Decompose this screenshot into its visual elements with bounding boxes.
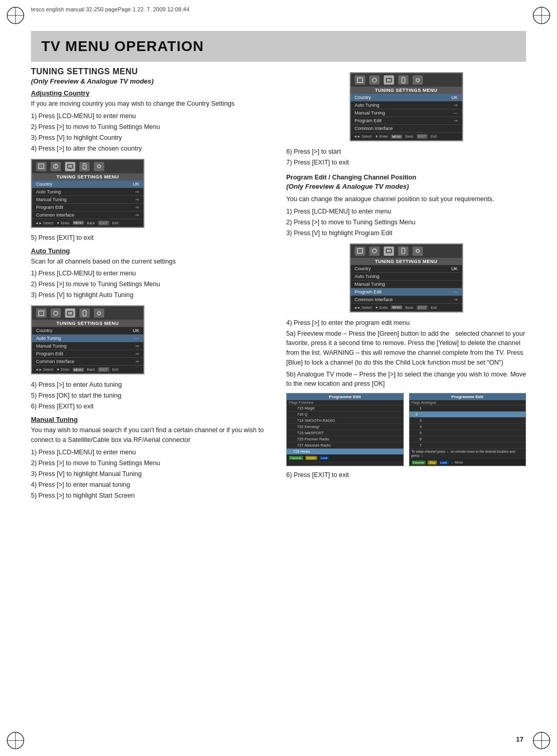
btn-delete: Delete xyxy=(305,456,317,460)
step-item: 7) Press [EXIT] to exit xyxy=(286,157,526,168)
btn-move-a: ↔ Move xyxy=(451,461,463,465)
btn-lock: Lock xyxy=(319,456,329,460)
page-header: tesco english manual 32-250 pagePage 1 2… xyxy=(31,6,526,12)
svg-point-32 xyxy=(372,249,376,253)
program-edit-subtitle: (Only Freeview & Analogue TV modes) xyxy=(286,183,526,190)
svg-point-25 xyxy=(97,311,101,315)
tv-icon-tv-4 xyxy=(384,246,394,256)
step-item: 3) Press [V] to highlight Manual Tuning xyxy=(31,469,271,479)
tv-icon-tools-3 xyxy=(355,75,365,85)
analogue-footer: Favorite Skip Lock ↔ Move xyxy=(409,459,526,466)
corner-mark-br xyxy=(531,730,552,751)
tv-icon-tools-4 xyxy=(355,246,365,256)
analogue-row-6: 6 xyxy=(409,436,526,442)
content-area: TUNING SETTINGS MENU (Only Freeview & An… xyxy=(31,67,526,725)
tv-icon-settings-3 xyxy=(413,75,423,85)
freeview-row-7: 727 Absolute Radio xyxy=(287,442,403,449)
step-item: 4) Press [>] to enter Auto tuning xyxy=(31,380,271,390)
tv-menu-row-program-2: Program Edit⇒ xyxy=(32,350,143,358)
step5b-text: 5b) Analogue TV mode – Press the [>] to … xyxy=(286,370,526,389)
btn-lock-a: Lock xyxy=(439,461,449,465)
tv-menu-row-auto: Auto Tuning⇒ xyxy=(32,188,143,196)
page-number: 17 xyxy=(516,735,523,743)
tv-menu-icons-2 xyxy=(32,306,143,320)
freeview-subheader: Flags Freeview xyxy=(287,400,403,405)
tv-menu-row-common-3: Common Interface xyxy=(351,125,462,133)
tv-icon-tools xyxy=(36,162,46,171)
svg-point-27 xyxy=(372,78,376,82)
corner-mark-tr xyxy=(531,5,552,26)
step5a-text: 5a) Freeview mode – Press the [Green] bu… xyxy=(286,329,526,368)
program-edit-steps2: 4) Press [>] to enter the program edit m… xyxy=(286,318,526,328)
page-title: TV MENU OPERATION xyxy=(41,38,516,55)
step5a-title: 5a) Freeview mode – Press the [Green] bu… xyxy=(286,330,449,337)
step-item: 4) Press [>] to alter the chosen country xyxy=(31,143,271,154)
tv-menu-row-manual-2: Manual Tuning⇒ xyxy=(32,342,143,350)
step-item: 2) Press [>] to move to Tuning Settings … xyxy=(31,279,271,289)
btn-favorite-a: Favorite xyxy=(412,461,426,465)
tv-menu-row-common-2: Common Interface⇒ xyxy=(32,358,143,366)
tv-menu-row-country-4: CountryUK xyxy=(351,265,462,273)
step5-exit: 5) Press [EXIT] to exit xyxy=(31,233,271,243)
tv-menu-footer-1: ◄► Select▼ EnterMENUBackEXITExit xyxy=(32,219,143,227)
corner-mark-tl xyxy=(5,5,26,26)
tv-icon-tv-active xyxy=(65,162,75,171)
tv-menu-footer-4: ◄► Select▼ EnterMENUBackEXITExit xyxy=(351,304,462,311)
title-band: TV MENU OPERATION xyxy=(31,31,526,62)
tv-icon-sat-2 xyxy=(51,308,61,318)
tv-menu-row-manual: Manual Tuning⇒ xyxy=(32,196,143,204)
tv-icon-settings-4 xyxy=(413,246,423,256)
svg-rect-34 xyxy=(402,248,405,254)
tv-icon-remote-4 xyxy=(398,246,408,256)
tv-menu-screenshot-4: TUNING SETTINGS MENU CountryUK Auto Tuni… xyxy=(350,243,463,313)
step-item: 3) Press [V] to highlight Auto Tuning xyxy=(31,290,271,300)
tv-icon-tools-2 xyxy=(36,308,46,318)
btn-favorite: Favorite xyxy=(289,456,303,460)
tv-icon-tv-3 xyxy=(384,75,394,85)
step-item: 5) Press [OK] to start the tuning xyxy=(31,390,271,401)
step-item: 5) Press [>] to highlight Start Screen xyxy=(31,490,271,501)
tv-menu-row-common-4: Common Interface⇒ xyxy=(351,296,462,304)
tv-menu-footer-2: ◄► Select▼ EnterMENUBackEXITExit xyxy=(32,366,143,373)
step-item: 1) Press [LCD-MENU] to enter menu xyxy=(31,447,271,457)
tv-menu-row-program: Program Edit⇒ xyxy=(32,204,143,211)
auto-tuning-intro: Scan for all channels based on the curre… xyxy=(31,257,271,267)
step-item: 3) Press [V] to highlight Country xyxy=(31,133,271,143)
programme-edit-container: Programme Edit Flags Freeview 715 Magic … xyxy=(286,393,526,466)
step-item: 6) Press [>] to start xyxy=(286,146,526,157)
svg-point-20 xyxy=(97,165,101,168)
svg-rect-16 xyxy=(68,165,73,168)
tv-menu-row-country: CountryUK xyxy=(32,180,143,188)
tv-menu-row-program-4: Program Edit— xyxy=(351,288,462,296)
adjusting-country-steps: 1) Press [LCD-MENU] to enter menu 2) Pre… xyxy=(31,111,271,154)
freeview-row-5: 723 talkSPORT xyxy=(287,430,403,436)
tv-menu-row-auto-3: Auto Tuning⇒ xyxy=(351,102,462,109)
analogue-note: To swap channel press ← on remote move t… xyxy=(409,449,526,459)
analogue-header: Programme Edit xyxy=(409,393,526,400)
tv-icon-settings xyxy=(94,162,104,171)
step-item: 4) Press [>] to enter manual tuning xyxy=(31,480,271,490)
analogue-row-4: 4 xyxy=(409,424,526,430)
freeview-row-1: 715 Magic xyxy=(287,405,403,412)
tv-menu-row-country-3: CountryUK xyxy=(351,94,462,102)
analogue-row-2: ●2 xyxy=(409,412,526,418)
tv-icon-tv-2 xyxy=(65,308,75,318)
step-item: 6) Press [EXIT] to exit xyxy=(31,401,271,412)
btn-skip-a: Skip xyxy=(428,461,437,465)
adjusting-country-title: Adjusting Country xyxy=(31,89,271,97)
freeview-footer: Favorite Delete Lock xyxy=(287,455,403,461)
section-subtitle: (Only Freeview & Analogue TV modes) xyxy=(31,77,271,85)
tv-menu-title-4: TUNING SETTINGS MENU xyxy=(351,258,462,265)
svg-rect-33 xyxy=(386,249,391,253)
manual-tuning-intro: You may wish to manual search if you can… xyxy=(31,425,271,445)
analogue-sub-text: Flags Analogue xyxy=(412,401,436,404)
program-edit-steps1: 1) Press [LCD-MENU] to enter menu 2) Pre… xyxy=(286,206,526,238)
program-edit-title-text: Program Edit / Changing Channel Position xyxy=(286,174,416,181)
tv-icon-satellite xyxy=(51,162,61,171)
tv-menu-icons-4 xyxy=(351,244,462,258)
tv-icon-remote-2 xyxy=(79,308,90,318)
svg-point-30 xyxy=(416,78,419,81)
step-item: 2) Press [>] to move to Tuning Settings … xyxy=(286,217,526,227)
step-item: 2) Press [>] to move to Tuning Settings … xyxy=(31,458,271,468)
tv-menu-row-country-2: CountryUK xyxy=(32,327,143,335)
